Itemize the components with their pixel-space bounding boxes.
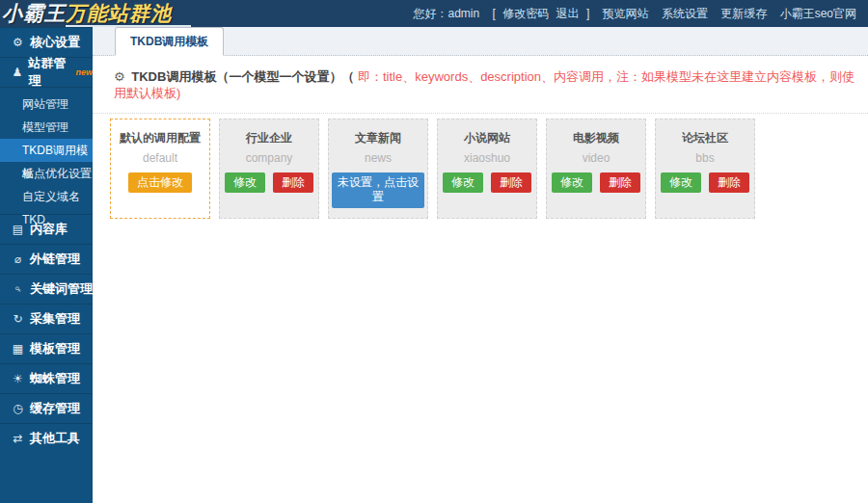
sidebar-item-label: 关键词管理	[30, 280, 93, 298]
sidebar: ⚙ 核心设置 ♟ 站群管理 new 网站管理 模型管理 TKDB调用模板 站点优…	[0, 27, 93, 503]
card-title: 默认的调用配置	[114, 130, 206, 146]
card-title: 小说网站	[441, 130, 533, 146]
search-icon: ♀	[9, 279, 27, 298]
card-code: bbs	[659, 151, 751, 165]
card-company: 行业企业 company 修改删除	[219, 119, 319, 219]
submenu-item-model-management[interactable]: 模型管理	[0, 116, 93, 139]
section-header: ⚙ TKDB调用模板（一个模型一个设置）（ 即：title、keywords、d…	[93, 56, 868, 114]
sidebar-item-content-library[interactable]: ▤ 内容库	[0, 214, 93, 244]
sidebar-item-templates[interactable]: ▦ 模板管理	[0, 333, 93, 363]
page-layout: ⚙ 核心设置 ♟ 站群管理 new 网站管理 模型管理 TKDB调用模板 站点优…	[0, 27, 868, 503]
card-title: 文章新闻	[332, 130, 424, 146]
app-logo: 小霸王万能站群池	[0, 1, 197, 26]
sidebar-item-label: 站群管理	[29, 55, 74, 90]
not-set-click-setup-button[interactable]: 未设置，点击设置	[332, 172, 424, 208]
card-code: default	[114, 151, 206, 165]
card-title: 论坛社区	[659, 130, 751, 146]
delete-button[interactable]: 删除	[273, 172, 313, 194]
sidebar-item-collection[interactable]: ↻ 采集管理	[0, 304, 93, 333]
delete-button[interactable]: 删除	[600, 172, 640, 194]
submenu-item-custom-domain-tkd[interactable]: 自定义域名TKD	[0, 185, 93, 208]
sidebar-item-keywords[interactable]: ♀ 关键词管理	[0, 274, 93, 304]
card-bbs: 论坛社区 bbs 修改删除	[655, 119, 755, 219]
card-default-config: 默认的调用配置 default 点击修改	[110, 119, 210, 219]
bracket-close: ]	[586, 7, 589, 20]
submenu-item-tkdb-template-active[interactable]: TKDB调用模板	[0, 139, 93, 162]
submenu-item-site-optimization[interactable]: 站点优化设置	[0, 162, 93, 185]
refresh-icon: ↻	[11, 313, 25, 325]
tab-tkdb-template[interactable]: TKDB调用模板	[115, 27, 224, 56]
sidebar-item-site-group[interactable]: ♟ 站群管理 new	[0, 57, 93, 87]
logo-text-secondary: 万能站群池	[66, 1, 197, 26]
card-video: 电影视频 video 修改删除	[546, 119, 646, 219]
system-settings-link[interactable]: 系统设置	[662, 7, 708, 20]
new-badge: new	[75, 68, 93, 77]
edit-button[interactable]: 修改	[225, 172, 265, 194]
sidebar-item-label: 核心设置	[30, 34, 80, 51]
card-code: video	[550, 151, 642, 165]
sidebar-item-label: 其他工具	[30, 430, 80, 447]
sidebar-item-other-tools[interactable]: ⇄ 其他工具	[0, 423, 93, 453]
greeting-text: 您好：admin	[414, 7, 480, 20]
grid-icon: ▦	[11, 343, 25, 355]
sidebar-item-label: 模板管理	[30, 340, 80, 357]
sidebar-item-label: 内容库	[30, 221, 68, 238]
delete-button[interactable]: 删除	[491, 172, 531, 194]
clock-icon: ◷	[11, 403, 25, 414]
document-icon: ▤	[11, 224, 25, 235]
card-title: 电影视频	[550, 130, 642, 146]
link-icon: ⌀	[11, 253, 25, 265]
section-title: TKDB调用模板（一个模型一个设置）（	[131, 69, 358, 84]
shuffle-icon: ⇄	[11, 433, 25, 444]
sidebar-item-cache[interactable]: ◷ 缓存管理	[0, 393, 93, 423]
spider-icon: ☀	[11, 373, 25, 384]
sidebar-item-external-links[interactable]: ⌀ 外链管理	[0, 244, 93, 274]
edit-button[interactable]: 修改	[661, 172, 701, 194]
bracket-open: [	[493, 7, 496, 20]
sidebar-item-label: 蜘蛛管理	[30, 370, 80, 387]
sidebar-item-label: 采集管理	[30, 310, 80, 328]
card-title: 行业企业	[223, 130, 315, 146]
change-password-link[interactable]: 修改密码	[502, 7, 549, 20]
card-code: news	[332, 151, 424, 165]
sidebar-item-spider[interactable]: ☀ 蜘蛛管理	[0, 363, 93, 393]
gear-icon: ⚙	[11, 37, 25, 48]
edit-button[interactable]: 修改	[552, 172, 592, 194]
refresh-cache-link[interactable]: 更新缓存	[720, 7, 767, 20]
card-news: 文章新闻 news 未设置，点击设置	[328, 119, 428, 219]
card-code: company	[223, 151, 315, 165]
preview-site-link[interactable]: 预览网站	[603, 7, 649, 20]
site-group-submenu: 网站管理 模型管理 TKDB调用模板 站点优化设置 自定义域名TKD	[0, 87, 93, 214]
tab-bar: TKDB调用模板	[93, 27, 868, 56]
sidebar-item-core-settings[interactable]: ⚙ 核心设置	[0, 27, 93, 57]
logo-text-primary: 小霸王	[2, 2, 66, 24]
user-icon: ♟	[11, 66, 24, 78]
card-code: xiaoshuo	[441, 151, 533, 165]
top-header-bar: 小霸王万能站群池 您好：admin [ 修改密码 退出 ] 预览网站 系统设置 …	[0, 0, 868, 27]
sidebar-item-label: 缓存管理	[30, 400, 80, 417]
main-content: TKDB调用模板 ⚙ TKDB调用模板（一个模型一个设置）（ 即：title、k…	[93, 27, 868, 503]
sidebar-item-label: 外链管理	[30, 251, 80, 268]
delete-button[interactable]: 删除	[709, 172, 749, 194]
submenu-item-website-management[interactable]: 网站管理	[0, 93, 93, 116]
click-edit-button[interactable]: 点击修改	[128, 172, 192, 194]
edit-button[interactable]: 修改	[443, 172, 483, 194]
template-cards: 默认的调用配置 default 点击修改 行业企业 company 修改删除 文…	[93, 114, 868, 219]
header-links: 您好：admin [ 修改密码 退出 ] 预览网站 系统设置 更新缓存 小霸王s…	[414, 6, 868, 22]
logout-link[interactable]: 退出	[556, 7, 580, 20]
gear-icon: ⚙	[114, 69, 125, 84]
official-site-link[interactable]: 小霸王seo官网	[780, 7, 856, 20]
card-xiaoshuo: 小说网站 xiaoshuo 修改删除	[437, 119, 537, 219]
